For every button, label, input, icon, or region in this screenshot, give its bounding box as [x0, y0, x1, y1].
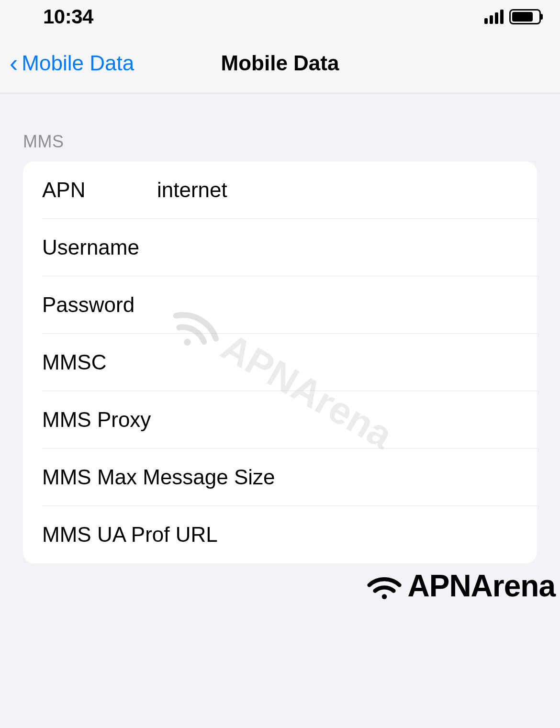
settings-row-password[interactable]: Password [23, 276, 537, 334]
row-value-apn[interactable]: internet [157, 178, 518, 202]
settings-row-mms-proxy[interactable]: MMS Proxy [23, 391, 537, 448]
cellular-signal-icon [484, 10, 504, 24]
battery-icon [509, 9, 541, 24]
row-label: Password [42, 293, 134, 317]
settings-row-mmsc[interactable]: MMSC [23, 334, 537, 391]
status-time: 10:34 [43, 5, 93, 28]
row-label: MMS Max Message Size [42, 465, 275, 489]
row-label: APN [42, 178, 157, 202]
chevron-left-icon: ‹ [10, 51, 18, 76]
row-label: MMS Proxy [42, 408, 151, 432]
wifi-icon [365, 571, 403, 600]
settings-group-mms: APN internet Username Password MMSC MMS … [23, 161, 537, 563]
svg-point-1 [382, 594, 387, 599]
settings-row-mms-ua-prof[interactable]: MMS UA Prof URL [23, 506, 537, 563]
row-label: MMSC [42, 350, 106, 374]
row-label: MMS UA Prof URL [42, 523, 218, 547]
navigation-bar: ‹ Mobile Data Mobile Data [0, 34, 560, 93]
status-bar: 10:34 [0, 0, 560, 34]
content-area: MMS APN internet Username Password MMSC … [0, 93, 560, 563]
page-title: Mobile Data [221, 51, 339, 75]
settings-row-username[interactable]: Username [23, 219, 537, 276]
row-label: Username [42, 235, 139, 259]
settings-row-apn[interactable]: APN internet [23, 161, 537, 219]
status-indicators [484, 9, 541, 24]
footer-brand-text: APNArena [407, 568, 555, 604]
back-button[interactable]: ‹ Mobile Data [10, 51, 134, 76]
settings-row-mms-max-size[interactable]: MMS Max Message Size [23, 448, 537, 506]
footer-brand: APNArena [365, 568, 555, 604]
back-button-label: Mobile Data [22, 51, 134, 75]
section-header-mms: MMS [23, 93, 537, 161]
